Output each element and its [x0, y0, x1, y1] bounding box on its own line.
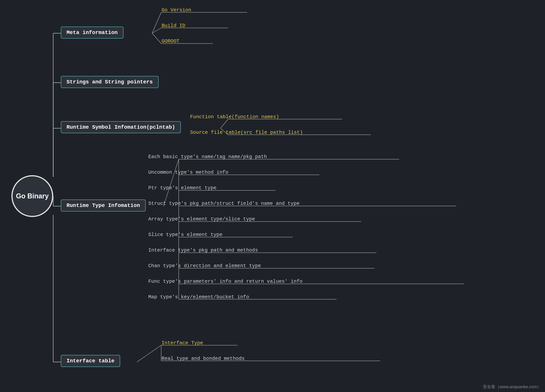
leaf-ptr-type: Ptr type's element type: [148, 185, 217, 191]
leaf-function-table: Function table(function names): [190, 114, 279, 120]
rtti-label: Runtime Type Infomation: [67, 202, 140, 208]
watermark: 安全客（www.anquanke.com）: [483, 384, 541, 390]
meta-box: Meta information: [61, 27, 123, 39]
itab-label: Interface table: [67, 358, 114, 364]
itab-box: Interface table: [61, 355, 120, 367]
leaf-build-id: Build ID: [161, 23, 185, 29]
leaf-struct-type: Struct type's pkg path/struct field's na…: [148, 201, 300, 206]
leaf-real-type: Real type and bonded methods: [161, 356, 245, 361]
meta-label: Meta information: [67, 30, 118, 36]
svg-line-16: [221, 119, 228, 128]
svg-line-20: [163, 159, 179, 206]
leaf-chan-type: Chan type's direction and element type: [148, 263, 261, 269]
leaf-interface-type-itab: Interface Type: [161, 340, 203, 346]
leaf-func-type: Func type's parameters' info and return …: [148, 279, 303, 284]
svg-line-10: [152, 12, 161, 33]
leaf-map-type: Map type's key/element/bucket info: [148, 294, 249, 300]
leaf-interface-type: Interface type's pkg path and methods: [148, 247, 258, 253]
leaf-go-version: Go Version: [161, 7, 191, 13]
center-label: Go Binary: [16, 192, 49, 200]
leaf-uncommon-type: Uncommon type's method info: [148, 170, 228, 175]
center-node: Go Binary: [11, 175, 53, 217]
leaf-goroot: GOROOT: [161, 38, 180, 44]
diagram-lines: [0, 0, 545, 392]
pclntab-box: Runtime Symbol Infomation(pclntab): [61, 121, 181, 133]
strings-box: Strings and String pointers: [61, 76, 159, 88]
svg-line-14: [152, 33, 161, 43]
leaf-basic-type: Each basic type's name/tag name/pkg path: [148, 154, 267, 160]
rtti-box: Runtime Type Infomation: [61, 200, 146, 211]
svg-line-12: [152, 28, 161, 33]
strings-label: Strings and String pointers: [67, 79, 153, 85]
leaf-array-type: Array type's element type/slice type: [148, 216, 255, 222]
leaf-slice-type: Slice type's element type: [148, 232, 223, 238]
svg-line-42: [137, 345, 161, 362]
pclntab-label: Runtime Symbol Infomation(pclntab): [67, 124, 175, 130]
leaf-source-file-table: Source file table(src file paths list): [190, 130, 303, 135]
